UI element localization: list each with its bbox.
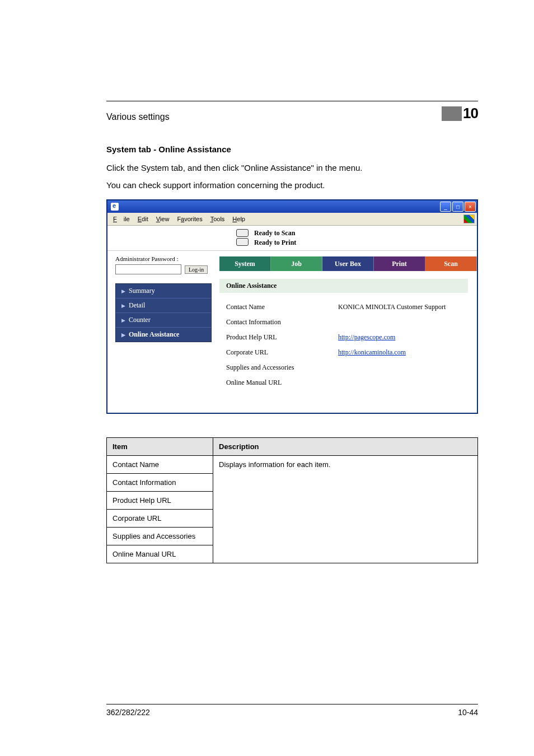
- table-row: Contact Name Displays information for ea…: [107, 456, 478, 474]
- td-item: Contact Information: [107, 474, 213, 492]
- kv-value: http://konicaminolta.com: [338, 348, 406, 357]
- kv-value: KONICA MINOLTA Customer Support: [338, 303, 446, 311]
- printer-icon: [236, 238, 249, 246]
- chevron-right-icon: ▶: [121, 303, 125, 309]
- page-footer: 362/282/222 10-44: [106, 704, 478, 717]
- footer-page: 10-44: [458, 708, 478, 717]
- th-description: Description: [213, 438, 478, 456]
- kv-key: Contact Name: [226, 303, 338, 311]
- sidebar-item-label: Summary: [129, 287, 155, 295]
- td-desc: [213, 510, 478, 528]
- td-desc: Displays information for each item.: [213, 456, 478, 474]
- kv-value: http://pagescope.com: [338, 333, 395, 342]
- scanner-icon: [236, 229, 249, 237]
- status-print: Ready to Print: [254, 239, 296, 247]
- minimize-button[interactable]: _: [440, 202, 451, 212]
- menu-view[interactable]: View: [153, 215, 173, 223]
- menu-tools[interactable]: Tools: [207, 215, 228, 223]
- row-online-manual: Online Manual URL: [226, 375, 468, 390]
- sidebar-item-counter[interactable]: ▶Counter: [116, 313, 211, 328]
- row-supplies: Supplies and Accessories: [226, 360, 468, 375]
- titlebar: _ □ ×: [107, 200, 477, 213]
- table-row: Online Manual URL: [107, 545, 478, 563]
- chevron-right-icon: ▶: [121, 318, 125, 323]
- menu-file[interactable]: File: [110, 215, 133, 223]
- td-item: Corporate URL: [107, 510, 213, 528]
- ie-icon: [111, 203, 119, 211]
- td-desc: [213, 545, 478, 563]
- row-product-help-url: Product Help URL http://pagescope.com: [226, 330, 468, 345]
- device-status: Ready to Scan Ready to Print: [107, 226, 477, 251]
- page-heading: System tab - Online Assistance: [106, 144, 478, 154]
- tab-scan[interactable]: Scan: [425, 256, 477, 271]
- chapter-number: 10: [463, 105, 478, 122]
- row-contact-info: Contact Information: [226, 315, 468, 330]
- chevron-right-icon: ▶: [121, 288, 125, 294]
- sidebar-item-label: Detail: [129, 301, 145, 310]
- footer-model: 362/282/222: [106, 708, 150, 717]
- kv-key: Contact Information: [226, 318, 338, 326]
- admin-password-input[interactable]: [115, 264, 181, 274]
- close-button[interactable]: ×: [465, 202, 476, 212]
- chevron-right-icon: ▶: [121, 332, 125, 338]
- menubar: File Edit View Favorites Tools Help: [107, 213, 477, 226]
- td-item: Online Manual URL: [107, 545, 213, 563]
- description-table: Item Description Contact Name Displays i…: [106, 437, 478, 563]
- td-desc: [213, 474, 478, 492]
- table-row: Product Help URL: [107, 492, 478, 510]
- panel-body: Contact Name KONICA MINOLTA Customer Sup…: [219, 300, 477, 390]
- sidebar-item-label: Counter: [129, 316, 151, 324]
- td-desc: [213, 528, 478, 545]
- table-row: Corporate URL: [107, 510, 478, 528]
- corporate-link[interactable]: http://konicaminolta.com: [338, 348, 406, 356]
- td-item: Product Help URL: [107, 492, 213, 510]
- side-menu: ▶Summary ▶Detail ▶Counter ▶Online Assist…: [115, 283, 212, 342]
- tab-job[interactable]: Job: [271, 256, 322, 271]
- paragraph-1: Click the System tab, and then click "On…: [106, 162, 478, 175]
- tab-system[interactable]: System: [219, 256, 271, 271]
- td-item: Contact Name: [107, 456, 213, 474]
- row-corporate-url: Corporate URL http://konicaminolta.com: [226, 345, 468, 360]
- menu-edit[interactable]: Edit: [134, 215, 152, 223]
- maximize-button[interactable]: □: [452, 202, 463, 212]
- tab-print[interactable]: Print: [374, 256, 425, 271]
- kv-key: Online Manual URL: [226, 379, 338, 387]
- kv-key: Corporate URL: [226, 348, 338, 357]
- tab-user-box[interactable]: User Box: [322, 256, 374, 271]
- windows-flag-icon: [463, 214, 475, 223]
- td-desc: [213, 492, 478, 510]
- product-help-link[interactable]: http://pagescope.com: [338, 333, 395, 341]
- th-item: Item: [107, 438, 213, 456]
- table-row: Supplies and Accessories: [107, 528, 478, 545]
- menu-favorites[interactable]: Favorites: [174, 215, 205, 223]
- sidebar-item-detail[interactable]: ▶Detail: [116, 298, 211, 313]
- menu-help[interactable]: Help: [229, 215, 249, 223]
- paragraph-2: You can check support information concer…: [106, 179, 478, 192]
- admin-password-label: Administrator Password :: [115, 255, 212, 262]
- kv-key: Supplies and Accessories: [226, 363, 338, 372]
- chapter-badge: 10: [442, 105, 478, 122]
- section-title: Various settings: [106, 112, 170, 122]
- sidebar-item-summary[interactable]: ▶Summary: [116, 284, 211, 298]
- row-contact-name: Contact Name KONICA MINOLTA Customer Sup…: [226, 300, 468, 315]
- status-scan: Ready to Scan: [254, 229, 296, 237]
- sidebar-item-label: Online Assistance: [129, 330, 179, 339]
- main-tabs: System Job User Box Print Scan: [219, 256, 477, 271]
- login-button[interactable]: Log-in: [185, 265, 208, 274]
- sidebar-item-online-assistance[interactable]: ▶Online Assistance: [116, 328, 211, 342]
- td-item: Supplies and Accessories: [107, 528, 213, 545]
- table-row: Contact Information: [107, 474, 478, 492]
- chapter-stripe: [442, 106, 462, 121]
- browser-window: _ □ × File Edit View Favorites Tools Hel…: [106, 199, 478, 414]
- kv-key: Product Help URL: [226, 333, 338, 342]
- panel-title: Online Assistance: [219, 279, 468, 293]
